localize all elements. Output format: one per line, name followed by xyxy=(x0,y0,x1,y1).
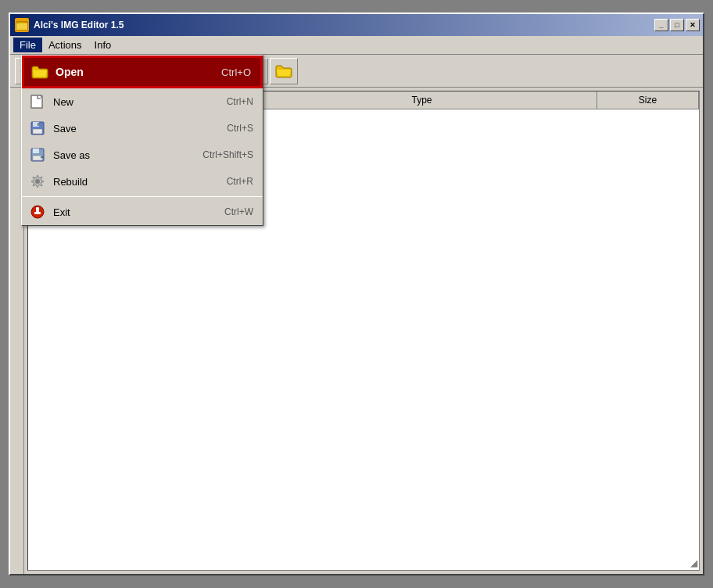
open-shortcut: Ctrl+O xyxy=(221,66,251,78)
svg-rect-16 xyxy=(33,129,42,134)
col-size: Size xyxy=(597,91,699,109)
toolbar-folder-button[interactable] xyxy=(270,58,298,84)
exit-shortcut: Ctrl+W xyxy=(224,206,253,217)
new-shortcut: Ctrl+N xyxy=(227,96,253,107)
save-icon xyxy=(28,119,47,138)
save-as-shortcut: Ctrl+Shift+S xyxy=(202,149,253,160)
save-label: Save xyxy=(53,123,227,134)
menu-file[interactable]: File xyxy=(13,38,42,52)
new-icon xyxy=(28,92,47,111)
title-bar-left: Alci's IMG Editor 1.5 xyxy=(15,18,124,32)
menu-actions[interactable]: Actions xyxy=(42,38,88,52)
svg-rect-17 xyxy=(38,123,39,126)
menu-item-rebuild[interactable]: Rebuild Ctrl+R xyxy=(22,168,263,195)
save-as-label: Save as xyxy=(53,149,202,161)
close-button[interactable]: ✕ xyxy=(686,19,700,31)
open-folder-icon xyxy=(30,63,49,81)
open-label: Open xyxy=(56,66,221,78)
rebuild-label: Rebuild xyxy=(53,176,227,188)
app-icon xyxy=(15,18,29,32)
exit-icon xyxy=(28,203,47,221)
new-label: New xyxy=(53,96,227,108)
svg-rect-24 xyxy=(34,212,41,214)
exit-label: Exit xyxy=(53,206,224,218)
title-bar: Alci's IMG Editor 1.5 _ □ ✕ xyxy=(10,14,703,36)
svg-point-21 xyxy=(35,179,40,184)
main-window: Alci's IMG Editor 1.5 _ □ ✕ File Actions… xyxy=(9,13,704,575)
minimize-button[interactable]: _ xyxy=(654,19,668,31)
rebuild-shortcut: Ctrl+R xyxy=(227,176,253,187)
resize-grip[interactable]: ◢ xyxy=(686,558,697,568)
menu-item-save-as[interactable]: Save as Ctrl+Shift+S xyxy=(22,142,263,168)
window-title: Alci's IMG Editor 1.5 xyxy=(34,20,124,30)
menu-info[interactable]: Info xyxy=(88,38,118,52)
menu-bar: File Actions Info xyxy=(10,36,703,55)
menu-item-save[interactable]: Save Ctrl+S xyxy=(22,115,263,142)
title-buttons: _ □ ✕ xyxy=(654,19,700,31)
maximize-button[interactable]: □ xyxy=(670,19,684,31)
menu-item-exit[interactable]: Exit Ctrl+W xyxy=(22,199,263,225)
col-type: Type xyxy=(247,91,597,109)
menu-item-new[interactable]: New Ctrl+N xyxy=(22,88,263,115)
save-shortcut: Ctrl+S xyxy=(227,123,253,134)
menu-divider xyxy=(22,196,263,197)
menu-item-open[interactable]: Open Ctrl+O xyxy=(22,56,263,88)
save-as-icon xyxy=(28,145,47,164)
svg-rect-1 xyxy=(16,23,27,30)
svg-rect-19 xyxy=(33,149,39,153)
file-dropdown-menu: Open Ctrl+O New Ctrl+N xyxy=(21,55,263,226)
rebuild-icon xyxy=(28,172,47,191)
